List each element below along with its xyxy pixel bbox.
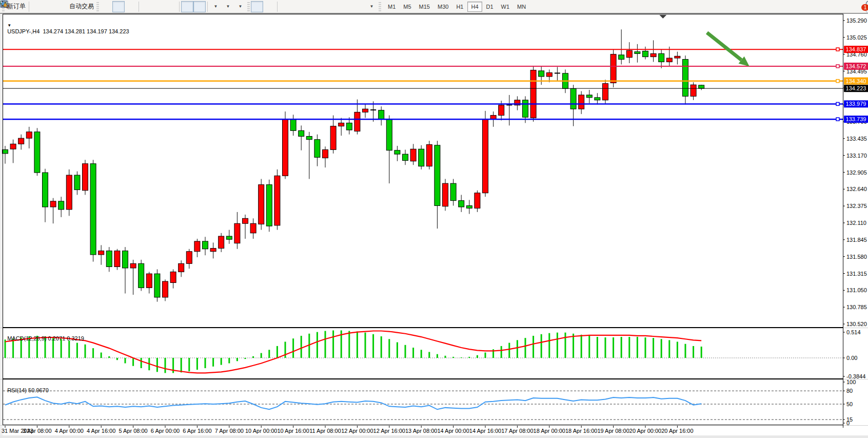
svg-text:20 Apr 16:00: 20 Apr 16:00 [661,428,693,434]
svg-text:80: 80 [846,388,853,394]
chart-symbol-period: USDJPY-,H4 [7,28,40,34]
svg-text:133.739: 133.739 [846,116,866,122]
rsi-value: 50.9670 [28,387,49,393]
macd-indicator-label: MACD(12,26,9) 0.2071 0.3219 [4,329,84,341]
svg-text:134.572: 134.572 [846,63,866,69]
svg-text:132.905: 132.905 [846,169,867,176]
svg-text:-0.3844: -0.3844 [846,373,865,379]
svg-text:134.340: 134.340 [846,78,866,84]
svg-text:3 Apr 08:00: 3 Apr 08:00 [23,428,51,434]
svg-text:134.837: 134.837 [846,46,866,52]
svg-text:4 Apr 00:00: 4 Apr 00:00 [55,428,84,434]
macd-values: 0.2071 0.3219 [48,335,84,341]
svg-text:130.520: 130.520 [846,321,867,327]
svg-text:12 Apr 16:00: 12 Apr 16:00 [373,428,405,434]
svg-text:18 Apr 16:00: 18 Apr 16:00 [565,428,597,434]
svg-text:5 Apr 08:00: 5 Apr 08:00 [119,428,147,434]
svg-text:12 Apr 00:00: 12 Apr 00:00 [341,428,373,434]
svg-text:135.025: 135.025 [846,34,867,41]
svg-text:132.640: 132.640 [846,186,867,192]
svg-text:11 Apr 08:00: 11 Apr 08:00 [309,428,341,434]
svg-text:134.223: 134.223 [846,85,866,91]
chart-canvas: 135.290135.025134.760134.495134.230133.9… [0,0,868,438]
svg-text:6 Apr 00:00: 6 Apr 00:00 [151,428,180,434]
svg-text:131.315: 131.315 [846,271,867,277]
svg-text:0.00: 0.00 [846,355,857,361]
chart-title[interactable]: ▼ USDJPY-,H4 134.274 134.281 134.197 134… [4,16,129,34]
svg-text:17 Apr 08:00: 17 Apr 08:00 [501,428,533,434]
svg-text:18 Apr 00:00: 18 Apr 00:00 [534,428,565,434]
svg-text:132.110: 132.110 [846,220,866,226]
svg-text:133.435: 133.435 [846,136,867,142]
svg-text:131.050: 131.050 [846,287,867,293]
svg-text:14 Apr 16:00: 14 Apr 16:00 [469,428,501,434]
svg-text:131.580: 131.580 [846,254,867,260]
svg-text:131.845: 131.845 [846,237,867,243]
chart-ohlc-values: 134.274 134.281 134.197 134.223 [43,28,129,34]
svg-text:0.514: 0.514 [846,329,861,335]
svg-text:133.170: 133.170 [846,153,867,159]
mt4-window: { "toolbar": { "new_order_label": "新订单",… [0,0,868,438]
rsi-indicator-label: RSI(14) 50.9670 [4,381,49,393]
svg-text:10 Apr 00:00: 10 Apr 00:00 [245,428,277,434]
svg-text:20 Apr 00:00: 20 Apr 00:00 [629,428,661,434]
svg-text:133.979: 133.979 [846,101,866,107]
svg-text:135.290: 135.290 [846,17,867,24]
ohlc-expander-icon[interactable]: ▼ [7,23,11,28]
svg-text:130.785: 130.785 [846,304,867,310]
svg-text:7 Apr 08:00: 7 Apr 08:00 [215,428,244,434]
svg-text:4 Apr 16:00: 4 Apr 16:00 [87,428,115,434]
rsi-title: RSI(14) [7,387,27,393]
svg-text:132.375: 132.375 [846,203,867,209]
svg-text:13 Apr 08:00: 13 Apr 08:00 [405,428,437,434]
svg-text:50: 50 [846,401,853,407]
svg-text:10 Apr 16:00: 10 Apr 16:00 [277,428,309,434]
svg-text:6 Apr 16:00: 6 Apr 16:00 [183,428,211,434]
svg-text:100: 100 [846,379,856,385]
svg-text:14 Apr 00:00: 14 Apr 00:00 [437,428,469,434]
svg-text:19 Apr 08:00: 19 Apr 08:00 [597,428,629,434]
macd-title: MACD(12,26,9) [7,335,46,341]
